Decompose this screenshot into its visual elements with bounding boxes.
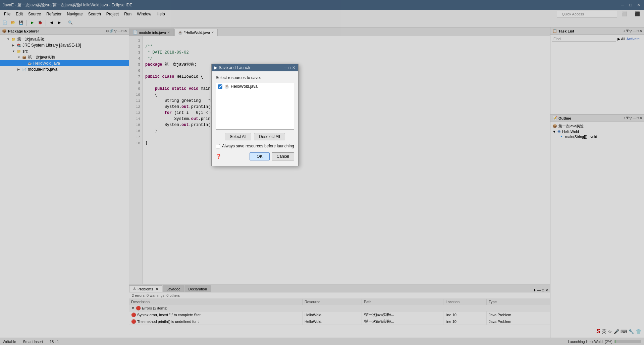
dialog-label: Select resources to save: bbox=[216, 75, 294, 80]
file-java-icon: ☕ bbox=[224, 84, 229, 89]
always-save-row: Always save resources before launching bbox=[216, 144, 294, 148]
dialog-ok-cancel: OK Cancel bbox=[250, 152, 294, 160]
select-all-button[interactable]: Select All bbox=[225, 133, 251, 140]
dialog-title-icon: ▶ bbox=[214, 65, 217, 70]
file-checkbox[interactable] bbox=[218, 84, 222, 89]
file-name: HelloWold.java bbox=[231, 84, 258, 89]
save-and-launch-dialog: ▶ Save and Launch ─ □ ✕ Select resources… bbox=[211, 64, 299, 166]
dialog-minimize-btn[interactable]: ─ bbox=[284, 65, 287, 70]
cancel-button[interactable]: Cancel bbox=[272, 152, 294, 160]
always-save-checkbox[interactable] bbox=[216, 144, 220, 148]
always-save-label: Always save resources before launching bbox=[222, 144, 294, 148]
modal-overlay: ▶ Save and Launch ─ □ ✕ Select resources… bbox=[0, 0, 644, 345]
dialog-title-text: Save and Launch bbox=[219, 65, 250, 70]
help-icon[interactable]: ❓ bbox=[216, 154, 221, 159]
dialog-close-btn[interactable]: ✕ bbox=[292, 65, 296, 70]
ok-button[interactable]: OK bbox=[250, 152, 269, 160]
dialog-action-row: ❓ OK Cancel bbox=[216, 152, 294, 162]
deselect-all-button[interactable]: Deselect All bbox=[254, 133, 285, 140]
file-list-item[interactable]: ☕ HelloWold.java bbox=[216, 83, 294, 90]
dialog-body: Select resources to save: ☕ HelloWold.ja… bbox=[212, 71, 298, 166]
dialog-title-bar: ▶ Save and Launch ─ □ ✕ bbox=[212, 64, 298, 71]
dialog-file-list: ☕ HelloWold.java bbox=[216, 83, 294, 130]
dialog-btn-row: Select All Deselect All bbox=[216, 133, 294, 140]
dialog-title-area: ▶ Save and Launch bbox=[214, 65, 250, 70]
dialog-maximize-btn[interactable]: □ bbox=[288, 65, 291, 70]
dialog-controls: ─ □ ✕ bbox=[284, 65, 296, 70]
